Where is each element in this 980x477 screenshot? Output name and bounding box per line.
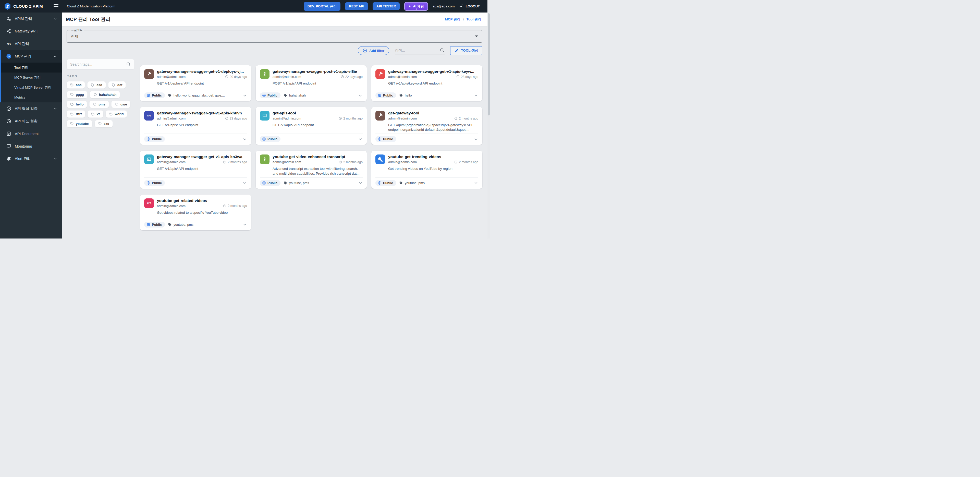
sidebar-group-items: Tool 관리MCP Server 관리Virtual MCP Server 관… <box>1 62 62 102</box>
sidebar-subitem-tool-관리[interactable]: Tool 관리 <box>1 62 62 72</box>
sparkle-icon: ✦ <box>408 4 411 8</box>
card-expand-chevron-icon[interactable] <box>358 180 363 185</box>
tool-card: youtube-get-video-enhanced-transcript ad… <box>256 151 367 188</box>
sidebar-group-mcp: m MCP 관리 Tool 관리MCP Server 관리Virtual MCP… <box>0 50 62 102</box>
sidebar-item-apim-관리[interactable]: APIM 관리 <box>0 13 62 25</box>
clock-icon <box>223 204 226 207</box>
tool-card-title: youtube-get-related-videos <box>157 198 247 203</box>
tag-chip-zxc[interactable]: zxc <box>95 120 113 128</box>
tool-card-updated: 2 months ago <box>339 160 363 164</box>
sidebar-item-api-document[interactable]: API Document <box>0 128 62 140</box>
sidebar-subitem-mcp-server-관리[interactable]: MCP Server 관리 <box>1 72 62 83</box>
tag-chip-youtube[interactable]: youtube <box>67 120 92 128</box>
breadcrumb: MCP 관리 / Tool 관리 <box>445 17 481 22</box>
clock-icon <box>339 160 342 164</box>
tool-card: gateway-manager-swagger-get-v1-deploys-v… <box>140 65 251 101</box>
api-tester-button[interactable]: API TESTER <box>372 2 400 10</box>
sidebar-subitem-virtual-mcp-server-관리[interactable]: Virtual MCP Server 관리 <box>1 83 62 93</box>
svg-text:API: API <box>147 202 151 204</box>
sidebar-item-alert-관리[interactable]: Alert 관리 <box>0 152 62 165</box>
tool-card-tags: youtube, pms <box>283 181 309 185</box>
card-expand-chevron-icon[interactable] <box>358 137 363 142</box>
sidebar-subitem-metrics[interactable]: Metrics <box>1 93 62 102</box>
tag-icon <box>93 103 97 106</box>
tool-card: gateway-manager-swagger-get-v1-apis-keyw… <box>371 65 482 101</box>
breadcrumb-mcp-link[interactable]: MCP 관리 <box>445 17 460 22</box>
tool-card-tags: youtube, pms <box>168 223 193 227</box>
app-logo: Z CLOUD Z APIM <box>4 3 43 10</box>
globe-icon <box>146 137 150 141</box>
tag-search-icon[interactable] <box>126 62 131 67</box>
visibility-badge: Public <box>375 93 396 98</box>
tool-card-updated: 2 months ago <box>454 117 478 120</box>
menu-toggle-icon[interactable] <box>52 3 60 10</box>
card-expand-chevron-icon[interactable] <box>242 137 247 142</box>
app-header: Z CLOUD Z APIM Cloud Z Modernization Pla… <box>0 0 490 13</box>
sidebar-item-monitoring[interactable]: Monitoring <box>0 140 62 152</box>
search-icon[interactable] <box>440 48 445 53</box>
tag-chip-list: abc asd def gggg hahahahah hello pms <box>67 81 135 128</box>
api-badge-icon: API <box>144 198 154 208</box>
tag-search-input[interactable] <box>70 62 126 66</box>
tag-filled-icon <box>168 94 172 97</box>
tag-chip-world[interactable]: world <box>106 110 127 118</box>
globe-icon <box>146 223 150 227</box>
tag-filled-icon <box>283 94 287 97</box>
tool-card-updated: 2 months ago <box>223 160 247 164</box>
tag-chip-hahahahah[interactable]: hahahahah <box>90 91 120 98</box>
project-select[interactable]: 프로젝트 전체 <box>67 30 482 43</box>
tag-icon <box>70 122 74 126</box>
scrollbar-thumb[interactable] <box>488 13 490 115</box>
create-tool-button[interactable]: TOOL 생성 <box>450 46 482 55</box>
tool-card-description: GET /v1/deploys/ API endpoint <box>157 81 247 86</box>
node-icon <box>260 69 269 79</box>
card-expand-chevron-icon[interactable] <box>242 222 247 227</box>
dev-portal-button[interactable]: DEV. PORTAL 관리 <box>304 2 341 11</box>
visibility-badge: Public <box>260 136 280 142</box>
tag-chip-rffrf[interactable]: rffrf <box>67 110 85 118</box>
logout-button[interactable]: LOGOUT <box>459 4 480 9</box>
sidebar-item-api-배포-현황[interactable]: API 배포 현황 <box>0 115 62 128</box>
card-expand-chevron-icon[interactable] <box>474 137 478 142</box>
breadcrumb-tool-link[interactable]: Tool 관리 <box>466 17 481 22</box>
tool-card-tags: hello, world, gggg, abc, def, qwe,... <box>168 94 225 97</box>
svg-text:API: API <box>147 115 151 117</box>
chevron-down-icon <box>53 157 57 161</box>
tool-card-description: GET /v1/apis/ API endpoint <box>157 166 247 171</box>
plus-circle-icon <box>363 48 367 53</box>
tag-chip-asd[interactable]: asd <box>87 81 106 89</box>
card-expand-chevron-icon[interactable] <box>242 180 247 185</box>
ai-chat-button[interactable]: ✦ AI 채팅 <box>404 2 428 11</box>
visibility-badge: Public <box>144 222 165 228</box>
sidebar-item-mcp-관리[interactable]: m MCP 관리 <box>1 50 62 62</box>
card-expand-chevron-icon[interactable] <box>474 180 478 185</box>
card-expand-chevron-icon[interactable] <box>358 93 363 98</box>
rest-api-button[interactable]: REST API <box>345 2 368 10</box>
add-filter-button[interactable]: Add filter <box>358 46 389 55</box>
tool-card-title: gateway-manager-swagger-get-v1-apis-kn3w… <box>157 155 247 159</box>
tag-chip-abc[interactable]: abc <box>67 81 85 89</box>
tag-icon <box>70 83 74 87</box>
user-email: ags@ags.com <box>433 4 455 8</box>
tool-card-title: gateway-manager-swagger-get-v1-deploys-v… <box>157 69 247 74</box>
tag-chip-vf[interactable]: vf <box>88 110 103 118</box>
tag-chip-qwe[interactable]: qwe <box>111 101 130 108</box>
visibility-badge: Public <box>375 136 396 142</box>
tool-card-owner: admin@admin.com <box>157 75 186 79</box>
tag-chip-hello[interactable]: hello <box>67 101 87 108</box>
tag-chip-gggg[interactable]: gggg <box>67 91 88 98</box>
clock-icon <box>341 75 344 78</box>
tool-card-description: POST /v1/apis/ API endpoint <box>272 81 363 86</box>
visibility-badge: Public <box>260 93 280 98</box>
tag-chip-def[interactable]: def <box>108 81 126 89</box>
hammer-icon <box>375 111 385 121</box>
sidebar-item-api-관리[interactable]: API API 관리 <box>0 38 62 50</box>
card-expand-chevron-icon[interactable] <box>474 93 478 98</box>
tool-card-title: youtube-get-trending-videos <box>388 155 478 159</box>
card-expand-chevron-icon[interactable] <box>242 93 247 98</box>
tag-chip-pms[interactable]: pms <box>89 101 109 108</box>
sidebar-item-api-형식-검증[interactable]: API 형식 검증 <box>0 102 62 115</box>
tool-search-input[interactable] <box>395 48 440 53</box>
tool-card-owner: admin@admin.com <box>388 75 417 79</box>
sidebar-item-gateway-관리[interactable]: Gateway 관리 <box>0 25 62 38</box>
